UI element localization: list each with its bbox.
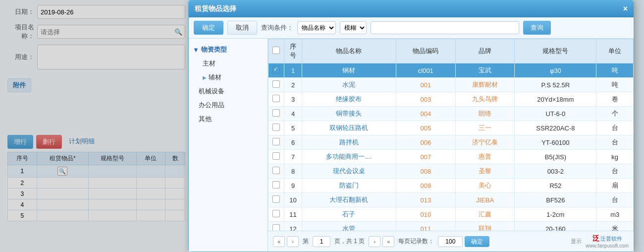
- row-checkbox[interactable]: [272, 210, 280, 217]
- tree-item-primary[interactable]: 主材: [189, 57, 268, 70]
- row-brand: 圣黎: [455, 164, 515, 179]
- row-code: 004: [396, 107, 455, 121]
- modal-title: 租赁物品选择: [195, 4, 236, 13]
- pagination-confirm-button[interactable]: 确定: [465, 236, 489, 247]
- header-checkbox[interactable]: [272, 47, 280, 54]
- row-checkbox[interactable]: [272, 195, 280, 203]
- row-checkbox-cell[interactable]: [268, 164, 284, 179]
- row-checkbox-cell[interactable]: [268, 135, 284, 150]
- row-spec: 20-160: [515, 222, 596, 231]
- tree-root-label: 物资类型: [201, 45, 227, 54]
- tree-item-office[interactable]: 办公用品: [189, 98, 268, 112]
- tree-expand-icon: ▼: [193, 46, 199, 54]
- tree-item-label: 辅材: [209, 73, 221, 82]
- table-row[interactable]: 5双钢轮压路机005三一SSR220AC-8台: [268, 121, 634, 135]
- row-checkbox[interactable]: [272, 124, 280, 131]
- last-page-button[interactable]: »: [382, 236, 394, 247]
- modal-cancel-button[interactable]: 取消: [227, 21, 257, 35]
- row-seq: 1: [284, 63, 302, 78]
- row-checkbox-cell[interactable]: [268, 121, 284, 135]
- table-row[interactable]: 9防盗门009美心R52扇: [268, 179, 634, 193]
- query-condition-label: 查询条件：: [261, 23, 293, 32]
- col-code-header: 物品编码: [396, 39, 455, 63]
- row-checkbox-cell[interactable]: [268, 92, 284, 107]
- row-unit: 台: [596, 135, 634, 150]
- row-checkbox[interactable]: [272, 167, 280, 174]
- row-name[interactable]: 水泥: [302, 78, 396, 92]
- row-checkbox-cell[interactable]: [268, 179, 284, 193]
- row-seq: 7: [284, 150, 302, 164]
- row-checkbox-cell[interactable]: [268, 150, 284, 164]
- row-seq: 6: [284, 135, 302, 150]
- row-checkbox[interactable]: [272, 224, 280, 231]
- row-checkbox[interactable]: [272, 109, 280, 117]
- row-checkbox[interactable]: [272, 181, 280, 189]
- row-unit: 米: [596, 222, 634, 231]
- table-row[interactable]: 7多功能商用一....007惠普B5(JIS)kg: [268, 150, 634, 164]
- tree-item-other[interactable]: 其他: [189, 112, 268, 126]
- tree-item-machinery[interactable]: 机械设备: [189, 84, 268, 98]
- row-seq: 10: [284, 193, 302, 207]
- row-name[interactable]: 路拌机: [302, 135, 396, 150]
- row-checkbox-cell[interactable]: [268, 193, 284, 207]
- row-checkbox-cell[interactable]: [268, 63, 284, 78]
- row-name[interactable]: 多功能商用一....: [302, 150, 396, 164]
- tree-item-auxiliary[interactable]: ▶ 辅材: [189, 70, 268, 84]
- row-name[interactable]: 现代会议桌: [302, 164, 396, 179]
- row-checkbox-cell[interactable]: [268, 207, 284, 222]
- row-checkbox-cell[interactable]: [268, 107, 284, 121]
- row-name[interactable]: 水管: [302, 222, 396, 231]
- row-name[interactable]: 大理石翻新机: [302, 193, 396, 207]
- row-unit: kg: [596, 150, 634, 164]
- row-spec: YT-60100: [515, 135, 596, 150]
- row-code: 005: [396, 121, 455, 135]
- row-code: 011: [396, 222, 455, 231]
- query-input[interactable]: [371, 21, 519, 34]
- table-row[interactable]: 6路拌机006济宁亿泰YT-60100台: [268, 135, 634, 150]
- tree-root[interactable]: ▼ 物资类型: [189, 43, 268, 57]
- modal-confirm-button[interactable]: 确定: [194, 21, 223, 35]
- modal-header: 租赁物品选择 ×: [189, 0, 634, 17]
- tree-item-label: 主材: [203, 59, 215, 68]
- col-brand-header: 品牌: [455, 39, 515, 63]
- row-unit: 扇: [596, 179, 634, 193]
- next-page-button[interactable]: ›: [369, 236, 380, 247]
- table-row[interactable]: 10大理石翻新机013JIEBABF526台: [268, 193, 634, 207]
- table-row[interactable]: 8现代会议桌008圣黎003-2台: [268, 164, 634, 179]
- query-field-select[interactable]: 物品名称 物品编码 品牌: [297, 21, 336, 34]
- table-row[interactable]: 2水泥001康辉耐材P.S 52.5R吨: [268, 78, 634, 92]
- row-code: 013: [396, 193, 455, 207]
- col-unit-header: 单位: [596, 39, 634, 63]
- row-spec: 20Yd×18mm: [515, 92, 596, 107]
- row-checkbox[interactable]: [272, 95, 280, 102]
- current-page-input[interactable]: [313, 236, 330, 247]
- query-button[interactable]: 查询: [523, 21, 551, 35]
- prev-page-button[interactable]: ‹: [287, 236, 299, 247]
- table-row[interactable]: 11石子010汇鑫1-2cmm3: [268, 207, 634, 222]
- first-page-button[interactable]: «: [273, 236, 285, 247]
- row-checkbox[interactable]: [272, 138, 280, 145]
- row-checkbox[interactable]: [272, 66, 280, 73]
- query-mode-select[interactable]: 模糊 精确: [340, 21, 367, 34]
- row-name[interactable]: 防盗门: [302, 179, 396, 193]
- row-name[interactable]: 铜带接头: [302, 107, 396, 121]
- row-name[interactable]: 绝缘胶布: [302, 92, 396, 107]
- col-seq-header: 序号: [284, 39, 302, 63]
- row-name[interactable]: 双钢轮压路机: [302, 121, 396, 135]
- row-code: 006: [396, 135, 455, 150]
- row-name[interactable]: 钢材: [302, 63, 396, 78]
- table-row[interactable]: 4铜带接头004朗络UT-6-0个: [268, 107, 634, 121]
- row-unit: 台: [596, 193, 634, 207]
- table-row[interactable]: 12水管011联翔20-160米: [268, 222, 634, 231]
- row-name[interactable]: 石子: [302, 207, 396, 222]
- row-checkbox[interactable]: [272, 80, 280, 88]
- tree-arrow-icon: ▶: [203, 75, 207, 80]
- row-checkbox-cell[interactable]: [268, 222, 284, 231]
- table-row[interactable]: 1钢材cl001宝武φ30吨: [268, 63, 634, 78]
- row-checkbox-cell[interactable]: [268, 78, 284, 92]
- table-row[interactable]: 3绝缘胶布003九头鸟牌20Yd×18mm卷: [268, 92, 634, 107]
- row-checkbox[interactable]: [272, 152, 280, 160]
- row-brand: 联翔: [455, 222, 515, 231]
- modal-close-button[interactable]: ×: [623, 4, 628, 13]
- records-per-page-input[interactable]: [438, 236, 463, 247]
